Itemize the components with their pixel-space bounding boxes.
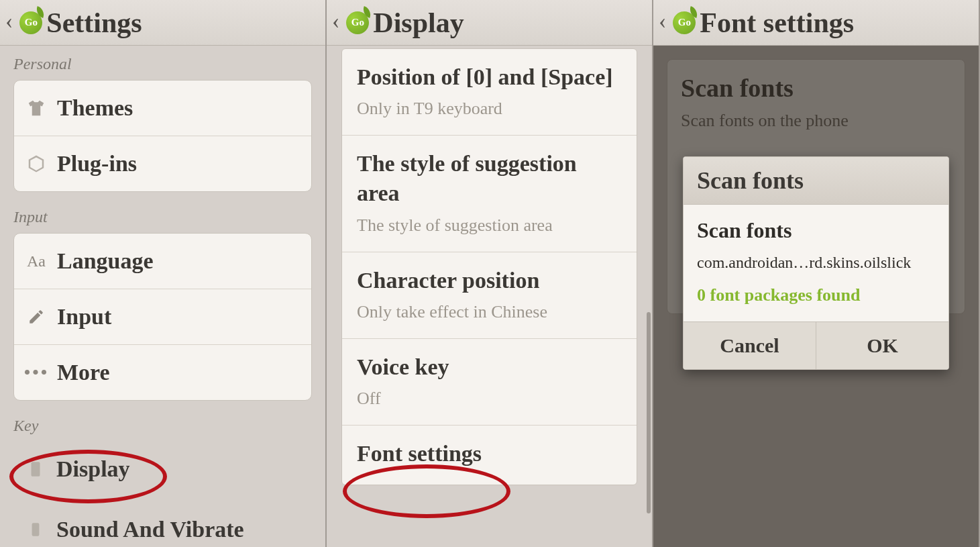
scan-fonts-dialog: Scan fonts Scan fonts com.androidan…rd.s… — [683, 156, 949, 370]
more-icon: ••• — [25, 361, 48, 384]
header-font-settings: ‹ Go Font settings — [653, 0, 979, 46]
leaf-icon — [361, 6, 373, 18]
box-icon — [25, 152, 48, 175]
back-icon[interactable]: ‹ — [4, 8, 15, 38]
leaf-icon — [34, 6, 46, 18]
card-key: Display Sound And Vibrate — [0, 442, 325, 547]
row-label: Themes — [57, 95, 133, 121]
dialog-title: Scan fonts — [697, 218, 935, 243]
phone-icon — [24, 458, 47, 481]
row-label: Language — [57, 248, 154, 274]
section-key: Key — [0, 407, 325, 442]
dialog-body: Scan fonts com.androidan…rd.skins.oilsli… — [684, 205, 948, 321]
row-label: More — [57, 360, 110, 385]
item-voice-key[interactable]: Voice key Off — [342, 339, 637, 426]
pencil-icon — [25, 305, 48, 328]
row-themes[interactable]: Themes — [14, 81, 311, 136]
page-title: Display — [373, 7, 464, 39]
leaf-icon — [688, 6, 700, 18]
back-icon[interactable]: ‹ — [657, 8, 669, 38]
panel-settings: ‹ Go Settings Personal Themes Plug-ins I… — [0, 0, 327, 547]
cancel-button[interactable]: Cancel — [684, 322, 816, 369]
item-character-position[interactable]: Character position Only take effect in C… — [342, 252, 637, 339]
item-position-0-space[interactable]: Position of [0] and [Space] Only in T9 k… — [342, 49, 637, 136]
dialog-status: 0 font packages found — [697, 285, 935, 305]
back-icon[interactable]: ‹ — [331, 8, 342, 38]
card-personal: Themes Plug-ins — [13, 80, 312, 192]
app-logo-icon: Go — [19, 11, 42, 34]
row-label: Plug-ins — [57, 151, 137, 177]
scrollbar[interactable] — [647, 312, 651, 513]
row-label: Display — [56, 456, 130, 482]
page-title: Settings — [46, 7, 142, 39]
row-display[interactable]: Display — [0, 442, 325, 497]
row-label: Sound And Vibrate — [56, 517, 244, 542]
speaker-icon — [24, 518, 47, 541]
aa-icon: Aa — [25, 250, 48, 272]
row-label: Input — [57, 304, 111, 330]
item-font-settings[interactable]: Font settings — [342, 426, 637, 485]
section-input: Input — [0, 199, 325, 233]
dialog-package: com.androidan…rd.skins.oilslick — [697, 254, 935, 272]
page-title: Font settings — [700, 7, 854, 39]
row-more[interactable]: ••• More — [14, 345, 311, 400]
header-display: ‹ Go Display — [327, 0, 652, 46]
ok-button[interactable]: OK — [816, 322, 948, 369]
section-personal: Personal — [0, 46, 325, 80]
panel-font-settings: ‹ Go Font settings Scan fonts Scan fonts… — [653, 0, 980, 547]
shirt-icon — [25, 97, 48, 119]
card-input: Aa Language Input ••• More — [13, 233, 312, 401]
app-logo-icon: Go — [346, 11, 369, 34]
display-list: Position of [0] and [Space] Only in T9 k… — [341, 48, 637, 485]
app-logo-icon: Go — [673, 11, 696, 34]
header-settings: ‹ Go Settings — [0, 0, 325, 46]
row-sound[interactable]: Sound And Vibrate — [0, 497, 325, 547]
panel-display: ‹ Go Display Position of [0] and [Space]… — [327, 0, 653, 547]
item-suggestion-style[interactable]: The style of suggestion area The style o… — [342, 136, 637, 252]
row-language[interactable]: Aa Language — [14, 234, 311, 289]
dialog-header: Scan fonts — [684, 157, 948, 205]
svg-rect-0 — [32, 462, 40, 477]
row-input[interactable]: Input — [14, 289, 311, 345]
dialog-buttons: Cancel OK — [684, 321, 948, 369]
svg-rect-1 — [32, 523, 40, 536]
row-plugins[interactable]: Plug-ins — [14, 136, 311, 191]
